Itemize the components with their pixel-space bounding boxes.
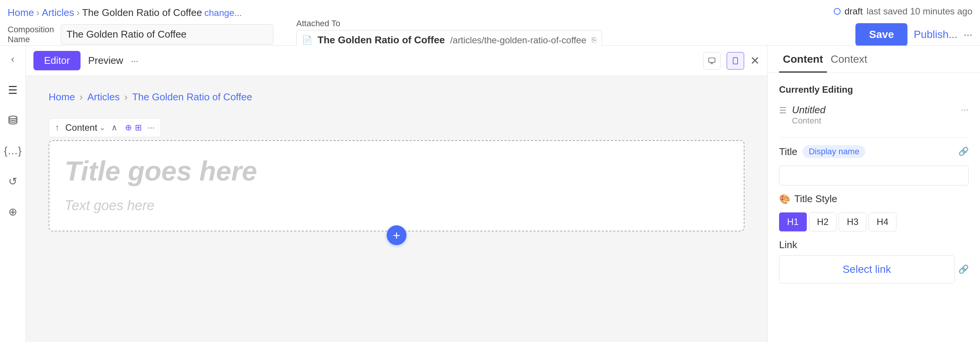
- composition-name-input[interactable]: [61, 24, 274, 45]
- currently-editing-title: Currently Editing: [779, 84, 969, 95]
- select-link-button[interactable]: Select link: [779, 255, 955, 283]
- draft-dot-icon: [834, 8, 841, 15]
- attached-title: The Golden Ratio of Coffee: [318, 34, 445, 46]
- style-h4-button[interactable]: H4: [869, 212, 896, 231]
- block-back-button[interactable]: ↑: [55, 123, 59, 133]
- link-label: Link: [779, 239, 969, 251]
- top-bar: Home › Articles › The Golden Ratio of Co…: [0, 0, 980, 46]
- block-actions: ⊕ ⊞: [125, 123, 142, 133]
- main-area: ‹ ☰ {…} ↺ ⊕ Editor Preview ··· ✕: [0, 46, 980, 342]
- save-button[interactable]: Save: [856, 23, 907, 46]
- breadcrumb-sep1: ›: [36, 7, 40, 19]
- canvas: Home › Articles › The Golden Ratio of Co…: [26, 76, 767, 342]
- block-up-button[interactable]: ∧: [111, 123, 118, 133]
- breadcrumb: Home › Articles › The Golden Ratio of Co…: [8, 4, 242, 19]
- canvas-breadcrumb-articles[interactable]: Articles: [88, 91, 120, 103]
- editor-toolbar-right: ✕: [703, 52, 760, 70]
- title-field-row: Title Display name 🔗: [779, 145, 969, 158]
- link-row: Select link 🔗: [779, 255, 969, 283]
- item-name: Untitled: [792, 104, 969, 116]
- block-label: Content ⌄: [65, 122, 105, 133]
- draft-saved-time: last saved 10 minutes ago: [866, 6, 972, 17]
- canvas-breadcrumb: Home › Articles › The Golden Ratio of Co…: [49, 91, 745, 103]
- link-chain-icon: 🔗: [958, 264, 969, 274]
- style-h2-button[interactable]: H2: [809, 212, 837, 231]
- breadcrumb-articles[interactable]: Articles: [42, 7, 74, 19]
- style-buttons: H1 H2 H3 H4: [779, 212, 969, 231]
- content-block[interactable]: Title goes here Text goes here: [49, 140, 745, 231]
- title-style-label: Title Style: [794, 193, 837, 205]
- sidebar-menu-icon[interactable]: ☰: [4, 81, 22, 99]
- svg-point-0: [9, 116, 17, 119]
- editor-toolbar: Editor Preview ··· ✕: [26, 46, 767, 76]
- text-placeholder[interactable]: Text goes here: [65, 197, 729, 213]
- block-target-button[interactable]: ⊕: [125, 123, 132, 133]
- add-block-button[interactable]: +: [387, 225, 406, 245]
- item-more-button[interactable]: ···: [961, 104, 969, 115]
- preview-tab[interactable]: Preview: [88, 55, 123, 67]
- breadcrumb-change[interactable]: change...: [204, 8, 242, 18]
- divider: [779, 137, 969, 138]
- svg-rect-4: [733, 57, 738, 64]
- title-style-icon: 🎨: [779, 194, 791, 204]
- editor-more-button[interactable]: ···: [130, 56, 138, 66]
- tab-context[interactable]: Context: [827, 53, 871, 73]
- block-more-button[interactable]: ···: [148, 123, 154, 133]
- copy-icon[interactable]: ⎘: [592, 36, 597, 45]
- draft-label: draft: [845, 6, 862, 17]
- editor-area: Editor Preview ··· ✕ Home › Articles ›: [26, 46, 767, 342]
- right-panel-content: Currently Editing ☰ Untitled Content ···…: [768, 73, 980, 342]
- title-input[interactable]: [779, 166, 969, 185]
- left-sidebar: ‹ ☰ {…} ↺ ⊕: [0, 46, 26, 342]
- canvas-breadcrumb-sep2: ›: [124, 91, 127, 103]
- save-publish-row: Save Publish... ···: [856, 23, 972, 46]
- canvas-breadcrumb-sep1: ›: [80, 91, 83, 103]
- attached-url: /articles/the-golden-ratio-of-coffee: [450, 35, 586, 46]
- sidebar-code-icon[interactable]: {…}: [4, 142, 22, 160]
- item-handle-icon: ☰: [779, 106, 787, 116]
- editor-tab[interactable]: Editor: [33, 51, 81, 70]
- draft-status: draft last saved 10 minutes ago: [834, 6, 972, 17]
- close-button[interactable]: ✕: [750, 54, 760, 67]
- composition-label: Composition Name: [8, 25, 53, 45]
- attached-label: Attached To: [296, 19, 602, 29]
- tab-content[interactable]: Content: [779, 53, 827, 73]
- canvas-breadcrumb-current: The Golden Ratio of Coffee: [132, 91, 252, 103]
- right-panel-tabs: Content Context: [768, 46, 980, 73]
- breadcrumb-home[interactable]: Home: [8, 7, 34, 19]
- block-copy-button[interactable]: ⊞: [135, 123, 142, 133]
- content-block-wrapper: ↑ Content ⌄ ∧ ⊕ ⊞ ··· Title goes here Te: [49, 118, 745, 245]
- desktop-view-button[interactable]: [703, 52, 721, 70]
- content-block-toolbar: ↑ Content ⌄ ∧ ⊕ ⊞ ···: [49, 118, 161, 137]
- breadcrumb-current: The Golden Ratio of Coffee: [82, 7, 202, 19]
- breadcrumb-sep2: ›: [76, 7, 80, 19]
- title-placeholder[interactable]: Title goes here: [65, 156, 729, 186]
- sidebar-back-button[interactable]: ‹: [11, 53, 14, 65]
- title-style-row: 🎨 Title Style: [779, 193, 969, 205]
- topbar-more-button[interactable]: ···: [964, 29, 972, 41]
- document-icon: 📄: [302, 35, 312, 45]
- svg-rect-1: [709, 58, 715, 62]
- block-chevron-icon[interactable]: ⌄: [100, 124, 105, 132]
- style-h1-button[interactable]: H1: [779, 212, 807, 231]
- style-h3-button[interactable]: H3: [839, 212, 866, 231]
- item-info: Untitled Content: [792, 104, 969, 126]
- right-panel: Content Context Currently Editing ☰ Unti…: [767, 46, 980, 342]
- sidebar-global-icon[interactable]: ⊕: [4, 202, 22, 221]
- title-link-icon[interactable]: 🔗: [958, 147, 969, 157]
- sidebar-database-icon[interactable]: [4, 111, 22, 130]
- display-name-badge: Display name: [803, 145, 865, 158]
- publish-button[interactable]: Publish...: [913, 29, 957, 41]
- title-field-label: Title: [779, 146, 797, 158]
- block-label-text: Content: [65, 122, 97, 133]
- mobile-view-button[interactable]: [727, 52, 744, 70]
- currently-editing-item: ☰ Untitled Content ···: [779, 104, 969, 126]
- sidebar-history-icon[interactable]: ↺: [4, 172, 22, 190]
- canvas-breadcrumb-home[interactable]: Home: [49, 91, 75, 103]
- add-button-wrapper: +: [49, 225, 745, 245]
- item-type: Content: [792, 116, 969, 126]
